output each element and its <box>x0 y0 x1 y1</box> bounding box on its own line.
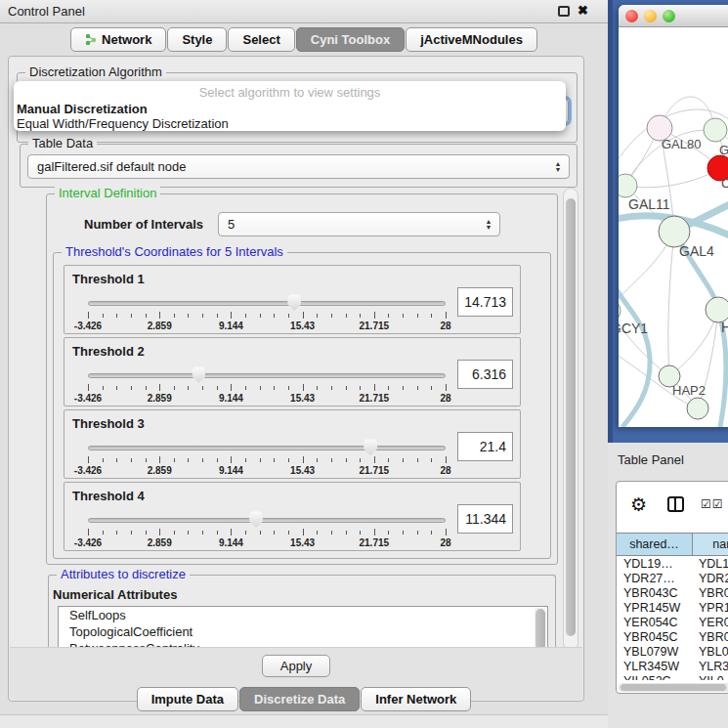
right-side: GAL80 GA C GAL11 GAL4 GCY1 H HAP2 Table … <box>608 0 728 728</box>
tab-select[interactable]: Select <box>228 27 294 52</box>
node-gal11[interactable] <box>619 174 637 197</box>
node-label-gcy1: GCY1 <box>619 321 648 336</box>
scrollbar-thumb[interactable] <box>566 198 576 636</box>
close-icon[interactable]: ✖ <box>578 3 588 18</box>
threshold-1-value[interactable]: 14.713 <box>457 287 513 317</box>
node-bottom[interactable] <box>687 398 708 419</box>
slider-ticks <box>88 384 446 392</box>
table-row[interactable]: YBR043CYBR0 <box>617 586 728 601</box>
column-layout-icon[interactable] <box>667 496 684 512</box>
table-row[interactable]: YBL079WYBL0 <box>617 645 728 660</box>
slider-thumb[interactable] <box>192 366 206 383</box>
threshold-2-slider[interactable]: -3.4262.8599.14415.4321.71528 <box>88 365 446 405</box>
cell: YBR043C <box>617 586 693 601</box>
slider-track[interactable] <box>88 301 446 306</box>
scrollbar-thumb[interactable] <box>621 684 726 691</box>
zoom-traffic-light-icon[interactable] <box>663 10 675 22</box>
attributes-group: Attributes to discretize Numerical Attri… <box>48 575 556 651</box>
network-canvas[interactable]: GAL80 GA C GAL11 GAL4 GCY1 H HAP2 <box>619 27 728 427</box>
bottom-tab-bar: Impute Data Discretize Data Infer Networ… <box>0 687 608 711</box>
table-panel: Table Panel ⚙ ☑☑ shared… name YDL19…YDL1… <box>608 443 728 728</box>
table-row[interactable]: YPR145WYPR1 <box>617 601 728 616</box>
cell: YLR345W <box>617 660 693 674</box>
scrollbar-thumb[interactable] <box>535 609 545 650</box>
slider-track[interactable] <box>88 373 446 378</box>
dropdown-item-equal-width-frequency[interactable]: Equal Width/Frequency Discretization <box>17 116 229 131</box>
table-row[interactable]: YDR27…YDR2 <box>617 572 728 586</box>
tab-label: jActiveMNodules <box>420 28 523 51</box>
column-header-shared[interactable]: shared… <box>617 534 693 555</box>
tab-jactivemnodules[interactable]: jActiveMNodules <box>406 27 537 52</box>
cell: YLR3 <box>693 660 728 674</box>
tab-style[interactable]: Style <box>167 27 227 52</box>
table-row[interactable]: YLR345WYLR3 <box>617 660 728 674</box>
num-intervals-combo[interactable]: 5 ▲▼ <box>218 212 500 236</box>
threshold-3-value[interactable]: 21.4 <box>457 432 513 461</box>
table-row[interactable]: YER054CYER0 <box>617 616 728 630</box>
minimize-traffic-light-icon[interactable] <box>644 10 657 22</box>
table-panel-title: Table Panel <box>618 452 684 467</box>
node-label-gal80: GAL80 <box>662 137 701 151</box>
table-row[interactable]: YIL052CYIL0 <box>617 674 728 680</box>
slider-track[interactable] <box>88 518 446 523</box>
cell: YER0 <box>693 616 728 630</box>
slider-thumb[interactable] <box>249 511 264 528</box>
node-label-h: H <box>721 320 728 335</box>
group-title: Discretization Algorithm <box>25 64 166 79</box>
node-top-right[interactable] <box>704 118 727 142</box>
tab-label: Cyni Toolbox <box>311 28 390 51</box>
node-gcy1[interactable] <box>619 299 621 322</box>
node-label-gal11: GAL11 <box>628 196 670 212</box>
num-intervals-label: Number of Intervals <box>84 217 203 232</box>
dropdown-item-manual-discretization[interactable]: Manual Discretization <box>17 102 148 116</box>
table-toolbar: ⚙ ☑☑ <box>617 482 728 531</box>
table-horizontal-scrollbar[interactable] <box>619 683 728 692</box>
slider-thumb[interactable] <box>287 294 302 311</box>
list-item[interactable]: SelfLoops <box>59 607 547 623</box>
tab-network[interactable]: Network <box>70 27 166 52</box>
control-panel: Control Panel ✖ Network Style Select Cyn… <box>0 0 608 728</box>
apply-button[interactable]: Apply <box>262 655 330 677</box>
thresholds-group: Threshold's Coordinates for 5 Intervals … <box>53 252 551 559</box>
group-title: Threshold's Coordinates for 5 Intervals <box>62 244 287 259</box>
threshold-4-slider[interactable]: -3.4262.8599.14415.4321.71528 <box>88 510 446 549</box>
combo-value: galFiltered.sif default node <box>37 159 186 174</box>
table-row[interactable]: YBR045CYBR0 <box>617 630 728 645</box>
threshold-1-slider[interactable]: -3.4262.8599.14415.4321.71528 <box>88 293 446 332</box>
table-row[interactable]: YDL19…YDL1 <box>617 557 728 572</box>
cell: YPR145W <box>617 601 693 616</box>
cell: YBR0 <box>693 586 728 601</box>
tab-cyni-toolbox[interactable]: Cyni Toolbox <box>296 27 405 52</box>
tab-label: Style <box>182 28 212 51</box>
cell: YDL1 <box>693 557 728 572</box>
status-strip <box>0 714 608 728</box>
cell: YDR2 <box>693 572 728 586</box>
group-title: Table Data <box>28 136 97 150</box>
table-data-combo[interactable]: galFiltered.sif default node ▲▼ <box>27 154 570 179</box>
threshold-3-slider[interactable]: -3.4262.8599.14415.4321.71528 <box>88 438 446 477</box>
algorithm-dropdown-popup: Select algorithm to view settings Manual… <box>14 81 566 131</box>
panel-vertical-scrollbar[interactable] <box>563 188 578 651</box>
network-window-titlebar[interactable] <box>619 5 728 27</box>
network-icon <box>85 33 97 46</box>
list-item[interactable]: TopologicalCoefficient <box>59 623 547 640</box>
table-rows: YDL19…YDL1 YDR27…YDR2 YBR043CYBR0 YPR145… <box>617 557 728 680</box>
gear-icon[interactable]: ⚙ <box>630 493 647 516</box>
close-traffic-light-icon[interactable] <box>625 10 638 22</box>
tab-infer-network[interactable]: Infer Network <box>361 687 471 711</box>
tab-label: Discretize Data <box>254 688 345 710</box>
slider-tick-labels: -3.4262.8599.14415.4321.71528 <box>88 393 446 405</box>
group-title: Interval Definition <box>55 186 160 200</box>
tab-impute-data[interactable]: Impute Data <box>137 687 238 711</box>
threshold-2-value[interactable]: 6.316 <box>457 360 513 389</box>
combo-arrows-icon: ▲▼ <box>551 158 565 176</box>
slider-thumb[interactable] <box>364 439 378 455</box>
float-window-icon[interactable] <box>558 6 570 17</box>
tab-discretize-data[interactable]: Discretize Data <box>239 687 360 711</box>
tab-label: Network <box>102 28 151 51</box>
slider-track[interactable] <box>88 446 446 450</box>
threshold-4-value[interactable]: 11.344 <box>457 504 513 534</box>
cell: YIL0 <box>693 674 728 680</box>
column-header-name[interactable]: name <box>693 534 728 555</box>
checkboxes-icon[interactable]: ☑☑ <box>701 497 724 511</box>
